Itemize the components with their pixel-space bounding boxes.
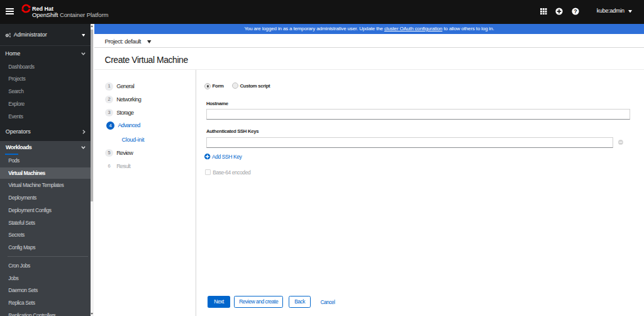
svg-text:?: ? <box>574 8 578 14</box>
